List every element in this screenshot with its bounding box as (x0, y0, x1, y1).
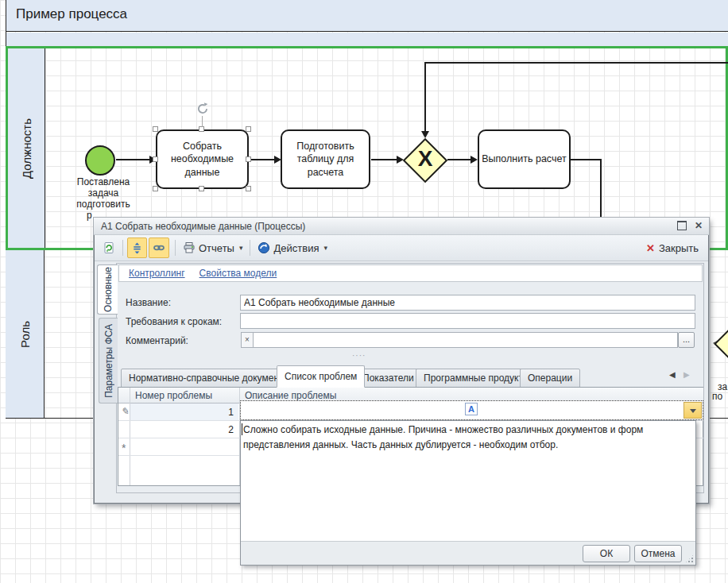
row-indicator-header (118, 388, 130, 403)
selection-handle[interactable] (199, 186, 204, 191)
comment-clear-button[interactable]: × (241, 332, 254, 348)
tab-scroll-left-icon[interactable]: ◀ (669, 370, 676, 379)
tab-scroll-right-icon[interactable]: ▶ (683, 370, 690, 379)
selection-handle[interactable] (246, 126, 251, 132)
actions-globe-icon (258, 241, 270, 254)
flow-start-to-task1[interactable] (116, 159, 151, 160)
comment-ellipsis-button[interactable]: ... (678, 332, 695, 348)
cancel-button[interactable]: Отмена (634, 545, 682, 562)
clipped-label-fragment: за по (710, 382, 728, 401)
reports-button[interactable]: Отчеты ▾ (180, 238, 246, 257)
editor-dropdown-button[interactable] (683, 402, 702, 419)
selection-handle[interactable] (153, 126, 158, 132)
dialog-toolbar: Отчеты ▾ Действия ▾ ✕ Закрыть (95, 235, 708, 261)
selection-handle[interactable] (246, 156, 251, 162)
process-header-band (6, 33, 728, 46)
flow-task1-to-task2[interactable] (249, 159, 275, 160)
flow-loopback-v[interactable] (424, 62, 426, 132)
dialog-titlebar[interactable]: А1 Собрать необходимые данные (Процессы)… (94, 218, 709, 235)
table-row-2-num[interactable]: 2 (130, 424, 234, 435)
start-event[interactable] (85, 145, 115, 176)
flow-task3-out-v[interactable] (600, 159, 602, 218)
task-podgotovit-tablicu[interactable]: Подготовить таблицу для расчета (281, 129, 370, 189)
actions-button[interactable]: Действия ▾ (254, 238, 331, 257)
app-canvas: Пример процесса Должность Роль Поставлен… (0, 0, 728, 583)
problem-description-text[interactable]: Сложно собирать исходные данные. Причина… (243, 423, 645, 453)
dialog-title: А1 Собрать необходимые данные (Процессы) (101, 221, 305, 232)
dropdown-arrow-icon: ▾ (239, 244, 243, 252)
expand-collapse-button[interactable] (127, 237, 147, 258)
lane-dolzhnost-header[interactable]: Должность (8, 48, 45, 248)
maximize-icon[interactable] (677, 221, 687, 230)
selection-handle[interactable] (199, 126, 204, 132)
arrowhead (421, 131, 429, 138)
link-svoystva-modeli[interactable]: Свойства модели (199, 268, 277, 279)
dropdown-arrow-icon: ▾ (323, 244, 327, 252)
process-title-band: Пример процесса (6, 0, 728, 32)
splitter-handle[interactable]: ···· (352, 351, 366, 360)
table-row-1-num[interactable]: 1 (130, 407, 234, 418)
arrowhead (470, 156, 478, 164)
selection-handle[interactable] (153, 186, 158, 191)
link-kontrolling[interactable]: Контроллинг (129, 268, 185, 279)
toolbar-separator (250, 240, 250, 256)
printer-icon (183, 241, 196, 254)
new-row-icon[interactable]: * (122, 442, 126, 454)
text-caret (242, 423, 242, 435)
name-field-input[interactable] (240, 295, 695, 311)
rotate-handle-icon[interactable] (196, 102, 210, 116)
selection-handle[interactable] (246, 186, 251, 191)
tab-normativnye-dokumenty[interactable]: Нормативно-справочные документы (121, 369, 298, 388)
tab-spisok-problem[interactable]: Список проблем (277, 365, 365, 388)
row-divider (118, 455, 239, 456)
flow-task2-to-gateway[interactable] (371, 159, 397, 160)
comment-field-input[interactable] (253, 332, 678, 348)
close-dialog-button[interactable]: ✕ Закрыть (646, 242, 703, 254)
refresh-icon (103, 241, 115, 254)
lane-rol-header[interactable]: Роль (6, 250, 45, 418)
name-field-label: Название: (126, 297, 171, 308)
task-sobrat-dannye[interactable]: Собрать необходимые данные (156, 129, 249, 189)
gateway-x-label: X (409, 143, 441, 175)
selection-handle[interactable] (153, 156, 158, 162)
column-divider (130, 388, 130, 485)
link-button[interactable] (149, 237, 169, 258)
task-vypolnit-raschet[interactable]: Выполнить расчет (478, 129, 571, 189)
close-icon[interactable]: ✕ (695, 221, 703, 230)
updown-arrows-icon (131, 242, 143, 254)
refresh-button[interactable] (99, 238, 118, 257)
ok-button[interactable]: ОК (583, 545, 630, 562)
comment-field-label: Комментарий: (126, 335, 188, 346)
start-event-label: Поставлена задача подготовить р (60, 176, 147, 221)
red-x-icon: ✕ (646, 242, 655, 254)
process-title: Пример процесса (16, 6, 127, 22)
formatted-text-icon: A (465, 403, 478, 415)
toolbar-separator (175, 240, 176, 256)
chain-link-icon (153, 241, 165, 254)
toolbar-separator (122, 240, 123, 256)
flow-loopback-h[interactable] (424, 62, 728, 64)
flow-gateway-to-task3[interactable] (447, 159, 471, 160)
lane-rol-label: Роль (18, 321, 32, 348)
side-tab-parametry-fsa[interactable]: Параметры ФСА (99, 318, 118, 403)
edit-pencil-icon: ✎ (121, 406, 129, 417)
column-header-nomer[interactable]: Номер проблемы (130, 388, 239, 403)
rotate-handle-stem (202, 116, 203, 127)
deadline-field-label: Требования к срокам: (126, 316, 222, 327)
links-bar: Контроллинг Свойства модели (118, 264, 703, 282)
flow-task3-out-h[interactable] (571, 159, 602, 160)
deadline-field-input[interactable] (240, 313, 695, 329)
side-tab-osnovnye[interactable]: Основные (97, 264, 118, 315)
lane-dolzhnost-label: Должность (20, 118, 33, 179)
tab-operacii[interactable]: Операции (520, 369, 580, 388)
